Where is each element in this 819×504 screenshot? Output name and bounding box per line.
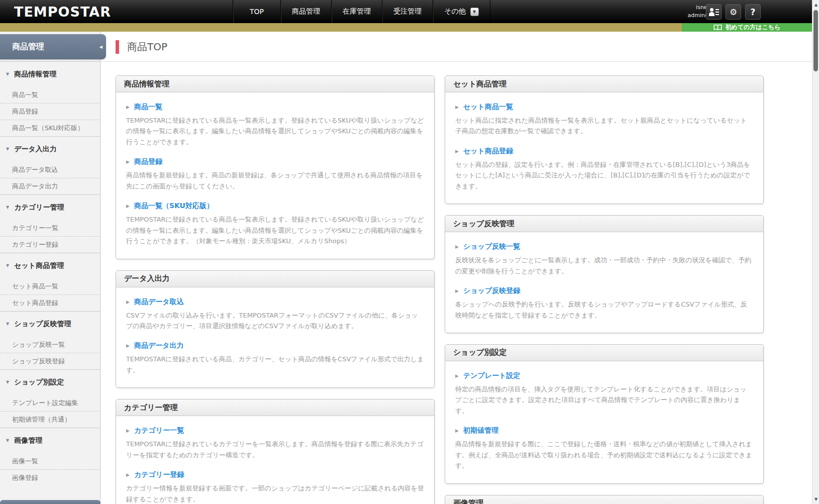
link-description: TEMPOSTARに登録されているカテゴリーを一覧表示します。商品情報を登録する… — [126, 439, 424, 460]
link-label[interactable]: テンプレート設定 — [463, 371, 521, 380]
settings-button[interactable]: ⚙ — [726, 4, 741, 20]
sidebar-item-shop-reflect-list[interactable]: ショップ反映一覧 — [0, 336, 100, 353]
card-header: セット商品管理 — [445, 76, 763, 92]
sidebar-section-shop-reflect: ▼ ショップ反映管理 ショップ反映一覧 ショップ反映登録 — [0, 311, 100, 369]
nav-inventory-management[interactable]: 在庫管理 — [331, 0, 382, 23]
next-panel-peek[interactable] — [0, 500, 100, 504]
collapse-arrow-icon[interactable]: ◀ — [99, 45, 103, 49]
nav-top[interactable]: TOP — [233, 0, 280, 23]
tempostar-logo: TEMPOSTAR — [14, 4, 111, 20]
default-value-management-link[interactable]: ▶ 初期値管理 — [455, 426, 753, 435]
nav-others[interactable]: その他 ▼ — [433, 0, 490, 23]
nav-others-label: その他 — [444, 7, 466, 16]
sidebar-section-header-product-info[interactable]: ▼ 商品情報管理 — [0, 62, 100, 86]
sidebar-section-product-info: ▼ 商品情報管理 商品一覧 商品登録 商品一覧（SKU対応版） — [0, 61, 100, 136]
sidebar-item-product-register[interactable]: 商品登録 — [0, 103, 100, 120]
link-label[interactable]: 商品データ出力 — [134, 341, 184, 350]
sidebar-panel-title: 商品管理 — [12, 42, 44, 52]
sidebar-section-header-set-product[interactable]: ▼ セット商品管理 — [0, 253, 100, 278]
sidebar-item-template-settings-edit[interactable]: テンプレート設定編集 — [0, 394, 100, 411]
sidebar-section-header-shop-reflect[interactable]: ▼ ショップ反映管理 — [0, 312, 100, 336]
link-label[interactable]: カテゴリー登録 — [134, 470, 184, 479]
account-button[interactable] — [706, 4, 722, 20]
category-list-link[interactable]: ▶ カテゴリー一覧 — [126, 426, 424, 435]
product-list-sku-link[interactable]: ▶ 商品一覧（SKU対応版） — [126, 201, 424, 211]
set-product-register-link[interactable]: ▶ セット商品登録 — [455, 147, 753, 156]
card-header: カテゴリー管理 — [116, 399, 434, 416]
link-arrow-icon: ▶ — [126, 159, 130, 164]
triangle-down-icon: ▼ — [6, 205, 9, 210]
sidebar-item-category-register[interactable]: カテゴリー登録 — [0, 236, 100, 253]
triangle-down-icon: ▼ — [6, 438, 9, 443]
card-entry: ▶ 商品登録 商品情報を新規登録します。商品の新規登録は、各ショップで共通して使… — [126, 157, 424, 191]
sidebar-item-image-register[interactable]: 画像登録 — [0, 469, 100, 486]
link-arrow-icon: ▶ — [455, 428, 459, 433]
sidebar-item-product-data-import[interactable]: 商品データ取込 — [0, 161, 100, 178]
nav-product-management[interactable]: 商品管理 — [280, 0, 331, 23]
card-set-product-management: セット商品管理 ▶ セット商品一覧 セット商品に指定された商品情報を一覧を表示し… — [445, 75, 764, 204]
nav-order-management[interactable]: 受注管理 — [382, 0, 433, 23]
sidebar-section-header-category[interactable]: ▼ カテゴリー管理 — [0, 195, 100, 220]
product-list-link[interactable]: ▶ 商品一覧 — [126, 103, 424, 112]
top-bar: TEMPOSTAR TOP 商品管理 在庫管理 受注管理 その他 ▼ isnek… — [0, 0, 819, 23]
sidebar-item-product-data-export[interactable]: 商品データ出力 — [0, 178, 100, 194]
section-title: 画像管理 — [14, 436, 42, 445]
template-settings-link[interactable]: ▶ テンプレート設定 — [455, 371, 753, 380]
link-arrow-icon: ▶ — [126, 105, 130, 110]
shop-reflect-register-link[interactable]: ▶ ショップ反映登録 — [455, 286, 753, 295]
link-label[interactable]: ショップ反映登録 — [463, 286, 520, 295]
card-entry: ▶ カテゴリー一覧 TEMPOSTARに登録されているカテゴリーを一覧表示します… — [126, 426, 424, 460]
link-label[interactable]: 商品一覧（SKU対応版） — [134, 201, 214, 211]
product-data-import-link[interactable]: ▶ 商品データ取込 — [126, 297, 424, 307]
help-button[interactable]: ? — [745, 4, 761, 20]
sidebar-section-header-shop-settings[interactable]: ▼ ショップ別設定 — [0, 370, 100, 394]
vertical-scrollbar[interactable]: ▲ ▼ — [812, 0, 819, 504]
sidebar-section-category: ▼ カテゴリー管理 カテゴリー一覧 カテゴリー登録 — [0, 194, 100, 253]
card-body: ▶ ショップ反映一覧 反映状況を各ショップごとに一覧表示します。成功・一部成功・… — [445, 232, 763, 333]
sidebar-sections: ▼ 商品情報管理 商品一覧 商品登録 商品一覧（SKU対応版） ▼ データ入出力… — [0, 61, 100, 486]
link-label[interactable]: 商品一覧 — [134, 103, 162, 112]
card-shop-reflect-management: ショップ反映管理 ▶ ショップ反映一覧 反映状況を各ショップごとに一覧表示します… — [445, 215, 764, 333]
sidebar-item-default-value-common[interactable]: 初期値管理（共通） — [0, 411, 100, 428]
shop-reflect-list-link[interactable]: ▶ ショップ反映一覧 — [455, 242, 753, 251]
right-column: セット商品管理 ▶ セット商品一覧 セット商品に指定された商品情報を一覧を表示し… — [445, 75, 764, 504]
product-register-link[interactable]: ▶ 商品登録 — [126, 157, 424, 166]
card-entry: ▶ ショップ反映一覧 反映状況を各ショップごとに一覧表示します。成功・一部成功・… — [455, 242, 753, 276]
link-arrow-icon: ▶ — [455, 149, 459, 154]
product-data-export-link[interactable]: ▶ 商品データ出力 — [126, 341, 424, 350]
sidebar-item-product-list[interactable]: 商品一覧 — [0, 86, 100, 103]
sidebar-item-category-list[interactable]: カテゴリー一覧 — [0, 220, 100, 236]
others-dropdown-button[interactable]: ▼ — [470, 8, 479, 16]
sidebar-section-data-io: ▼ データ入出力 商品データ取込 商品データ出力 — [0, 136, 100, 194]
link-label[interactable]: 商品データ取込 — [134, 297, 184, 307]
link-label[interactable]: 商品登録 — [134, 157, 162, 166]
link-label[interactable]: カテゴリー一覧 — [134, 426, 184, 435]
sidebar-item-set-product-list[interactable]: セット商品一覧 — [0, 278, 100, 294]
link-label[interactable]: セット商品登録 — [463, 147, 513, 156]
beginner-guide-label: 初めての方はこちら — [726, 23, 781, 32]
set-product-list-link[interactable]: ▶ セット商品一覧 — [455, 103, 753, 112]
scrollbar-thumb[interactable] — [813, 10, 818, 71]
sidebar-item-product-list-sku[interactable]: 商品一覧（SKU対応版） — [0, 120, 100, 136]
sidebar-section-header-image[interactable]: ▼ 画像管理 — [0, 428, 100, 453]
link-description: 反映状況を各ショップごとに一覧表示します。成功・一部成功・予約中・失敗の状況を確… — [455, 255, 753, 276]
card-header: 商品情報管理 — [116, 76, 434, 92]
link-label[interactable]: 初期値管理 — [463, 426, 498, 435]
scroll-down-icon[interactable]: ▼ — [812, 497, 819, 501]
sidebar-item-shop-reflect-register[interactable]: ショップ反映登録 — [0, 353, 100, 369]
sidebar-panel-header-product-management[interactable]: 商品管理 ◀ — [0, 34, 106, 59]
link-description: 商品情報を新規登録します。商品の新規登録は、各ショップで共通して使用される商品情… — [126, 170, 424, 191]
card-shop-settings: ショップ別設定 ▶ テンプレート設定 特定の商品情報の項目を、挿入タグを使用して… — [445, 344, 764, 484]
sidebar-section-header-data-io[interactable]: ▼ データ入出力 — [0, 137, 100, 161]
scroll-up-icon[interactable]: ▲ — [812, 3, 819, 7]
link-description: セット商品に指定された商品情報を一覧を表示します。セット親商品とセットになってい… — [455, 115, 753, 137]
card-category-management: カテゴリー管理 ▶ カテゴリー一覧 TEMPOSTARに登録されているカテゴリー… — [116, 399, 435, 504]
link-label[interactable]: セット商品一覧 — [463, 103, 513, 112]
link-label[interactable]: ショップ反映一覧 — [463, 242, 520, 251]
sidebar-item-image-list[interactable]: 画像一覧 — [0, 453, 100, 469]
sidebar-item-set-product-register[interactable]: セット商品登録 — [0, 294, 100, 311]
beginner-guide-banner[interactable]: 初めての方はこちら — [682, 23, 812, 32]
category-register-link[interactable]: ▶ カテゴリー登録 — [126, 470, 424, 479]
section-title: 商品情報管理 — [14, 70, 56, 79]
open-book-icon — [713, 24, 722, 31]
